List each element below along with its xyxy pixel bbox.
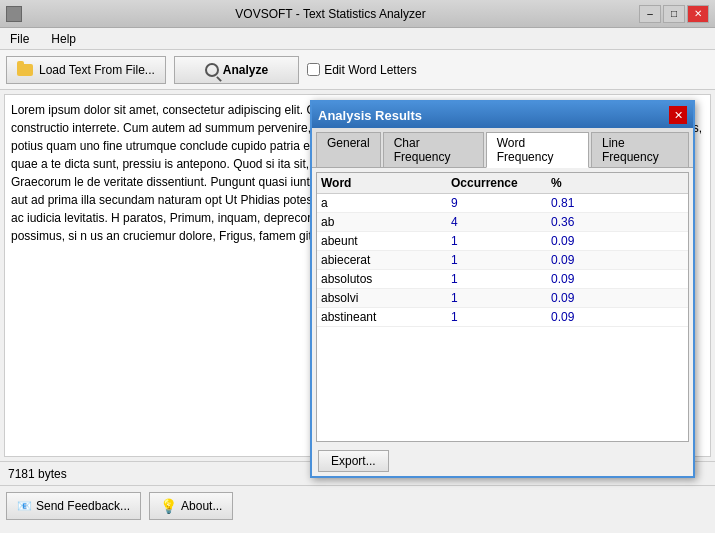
bottombar: 📧 Send Feedback... 💡 About... (0, 485, 715, 525)
menubar: File Help (0, 28, 715, 50)
feedback-button[interactable]: 📧 Send Feedback... (6, 492, 141, 520)
pct-cell: 0.09 (551, 310, 631, 324)
maximize-button[interactable]: □ (663, 5, 685, 23)
header-occurrence: Occurrence (451, 176, 551, 190)
occurrence-cell: 9 (451, 196, 551, 210)
menu-help[interactable]: Help (45, 31, 82, 47)
word-cell: absolvi (321, 291, 451, 305)
table-row: abstineant 1 0.09 (317, 308, 688, 327)
table-header: Word Occurrence % (317, 173, 688, 194)
word-cell: abiecerat (321, 253, 451, 267)
pct-cell: 0.81 (551, 196, 631, 210)
about-icon: 💡 (160, 498, 177, 514)
magnify-icon (205, 63, 219, 77)
popup-footer: Export... (312, 446, 693, 476)
pct-cell: 0.09 (551, 272, 631, 286)
table-body: a 9 0.81 ab 4 0.36 abeunt 1 0.09 (317, 194, 688, 441)
main-content: Lorem ipsum dolor sit amet, consectetur … (0, 90, 715, 461)
table-row: absolutos 1 0.09 (317, 270, 688, 289)
toolbar: Load Text From File... Analyze Edit Word… (0, 50, 715, 90)
pct-cell: 0.36 (551, 215, 631, 229)
tab-general[interactable]: General (316, 132, 381, 167)
occurrence-cell: 4 (451, 215, 551, 229)
feedback-icon: 📧 (17, 499, 32, 513)
edit-word-letters-label[interactable]: Edit Word Letters (307, 63, 416, 77)
analyze-button[interactable]: Analyze (174, 56, 299, 84)
folder-icon (17, 64, 33, 76)
analysis-results-popup: Analysis Results ✕ General Char Frequenc… (310, 100, 695, 478)
word-cell: absolutos (321, 272, 451, 286)
analyze-button-label: Analyze (223, 63, 268, 77)
pct-cell: 0.09 (551, 253, 631, 267)
minimize-button[interactable]: – (639, 5, 661, 23)
app-icon (6, 6, 22, 22)
table-row: abiecerat 1 0.09 (317, 251, 688, 270)
occurrence-cell: 1 (451, 272, 551, 286)
table-row: a 9 0.81 (317, 194, 688, 213)
word-cell: ab (321, 215, 451, 229)
popup-tabs: General Char Frequency Word Frequency Li… (312, 128, 693, 168)
occurrence-cell: 1 (451, 310, 551, 324)
popup-title: Analysis Results (318, 108, 422, 123)
popup-body: Word Occurrence % a 9 0.81 ab 4 0.36 (316, 172, 689, 442)
feedback-label: Send Feedback... (36, 499, 130, 513)
edit-word-letters-checkbox[interactable] (307, 63, 320, 76)
word-cell: abstineant (321, 310, 451, 324)
close-button[interactable]: ✕ (687, 5, 709, 23)
tab-line-frequency[interactable]: Line Frequency (591, 132, 689, 167)
tab-word-frequency[interactable]: Word Frequency (486, 132, 589, 168)
popup-titlebar: Analysis Results ✕ (312, 102, 693, 128)
pct-cell: 0.09 (551, 291, 631, 305)
word-cell: abeunt (321, 234, 451, 248)
word-cell: a (321, 196, 451, 210)
about-label: About... (181, 499, 222, 513)
occurrence-cell: 1 (451, 234, 551, 248)
pct-cell: 0.09 (551, 234, 631, 248)
window-controls[interactable]: – □ ✕ (639, 5, 709, 23)
occurrence-cell: 1 (451, 253, 551, 267)
menu-file[interactable]: File (4, 31, 35, 47)
load-file-button[interactable]: Load Text From File... (6, 56, 166, 84)
titlebar: VOVSOFT - Text Statistics Analyzer – □ ✕ (0, 0, 715, 28)
table-row: abeunt 1 0.09 (317, 232, 688, 251)
occurrence-cell: 1 (451, 291, 551, 305)
table-row: absolvi 1 0.09 (317, 289, 688, 308)
header-pct: % (551, 176, 631, 190)
file-size: 7181 bytes (8, 467, 67, 481)
popup-close-button[interactable]: ✕ (669, 106, 687, 124)
window-title: VOVSOFT - Text Statistics Analyzer (22, 7, 639, 21)
table-row: ab 4 0.36 (317, 213, 688, 232)
load-button-label: Load Text From File... (39, 63, 155, 77)
export-button[interactable]: Export... (318, 450, 389, 472)
tab-char-frequency[interactable]: Char Frequency (383, 132, 484, 167)
header-word: Word (321, 176, 451, 190)
about-button[interactable]: 💡 About... (149, 492, 233, 520)
